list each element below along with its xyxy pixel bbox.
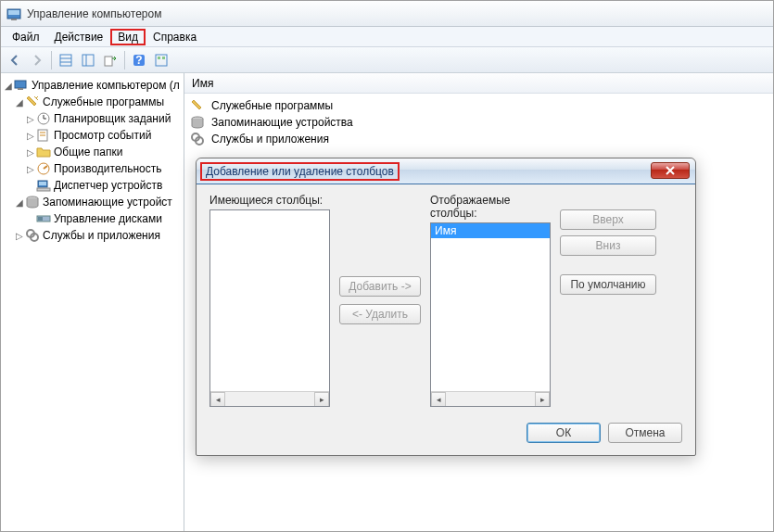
nav-back-button[interactable] (5, 50, 25, 70)
tree-disk-management[interactable]: Управление дисками (54, 212, 162, 225)
tree-toggle[interactable]: ▷ (25, 147, 36, 158)
scroll-right-icon[interactable]: ▸ (535, 392, 550, 407)
tree-device-manager[interactable]: Диспетчер устройств (54, 179, 162, 192)
scrollbar[interactable]: ◂ ▸ (210, 391, 329, 406)
tree-task-scheduler[interactable]: Планировщик заданий (54, 112, 171, 125)
menubar: Файл Действие Вид Справка (1, 27, 773, 47)
svg-rect-12 (158, 57, 160, 59)
move-down-button[interactable]: Вниз (560, 235, 656, 256)
tree-system-tools[interactable]: Служебные программы (43, 95, 164, 108)
tree-storage[interactable]: Запоминающие устройст (43, 196, 172, 209)
dialog-body: Имеющиеся столбцы: ◂ ▸ Добавить -> <- Уд… (197, 184, 695, 416)
dialog-title: Добавление или удаление столбцов (200, 162, 400, 181)
scheduler-icon (36, 111, 51, 126)
window-title: Управление компьютером (27, 7, 161, 20)
tree-root[interactable]: Управление компьютером (л (32, 79, 180, 92)
column-header-name[interactable]: Имя (192, 77, 213, 90)
list-header[interactable]: Имя (184, 73, 773, 94)
list-item-label: Служебные программы (211, 99, 333, 112)
list-item-label: Запоминающие устройства (211, 116, 353, 129)
remove-button[interactable]: <- Удалить (339, 304, 421, 324)
svg-rect-3 (60, 55, 71, 66)
list-item[interactable]: Служебные программы (190, 97, 768, 114)
available-columns-listbox[interactable]: ◂ ▸ (209, 209, 330, 407)
tree-panel[interactable]: ◢ Управление компьютером (л ◢ Служебные … (1, 73, 184, 531)
scroll-right-icon[interactable]: ▸ (314, 392, 329, 407)
svg-rect-1 (8, 10, 19, 15)
add-button[interactable]: Добавить -> (339, 276, 421, 297)
menu-file[interactable]: Файл (5, 29, 47, 45)
menu-help[interactable]: Справка (146, 29, 204, 45)
tools-icon (190, 98, 205, 113)
device-manager-icon (36, 178, 51, 193)
view-list-button[interactable] (56, 50, 76, 70)
svg-rect-13 (162, 57, 165, 59)
svg-rect-11 (156, 55, 167, 66)
svg-rect-29 (38, 217, 43, 221)
tree-performance[interactable]: Производительность (54, 162, 161, 175)
menu-action[interactable]: Действие (47, 29, 111, 45)
eventviewer-icon (36, 128, 51, 143)
performance-icon (36, 161, 51, 176)
available-columns-label: Имеющиеся столбцы: (209, 194, 330, 207)
list-body: Служебные программы Запоминающие устройс… (184, 94, 773, 151)
svg-rect-15 (18, 88, 23, 90)
folder-shared-icon (36, 145, 51, 159)
svg-rect-26 (37, 188, 50, 191)
close-button[interactable] (651, 162, 690, 179)
tree-spacer (25, 214, 36, 224)
storage-icon (25, 195, 40, 209)
tree-toggle[interactable]: ▷ (25, 114, 36, 124)
cancel-button[interactable]: Отмена (608, 423, 682, 443)
dialog-footer: ОК Отмена (197, 416, 695, 455)
toolbar-separator (51, 51, 52, 70)
services-icon (25, 228, 40, 243)
displayed-columns-listbox[interactable]: Имя ◂ ▸ (430, 222, 551, 407)
storage-icon (190, 115, 205, 130)
view-details-button[interactable] (78, 50, 98, 70)
tree-shared-folders[interactable]: Общие папки (54, 146, 122, 158)
displayed-columns-label: Отображаемые столбцы: (430, 194, 551, 220)
tree-event-viewer[interactable]: Просмотр событий (54, 129, 151, 142)
tree-services-apps[interactable]: Службы и приложения (43, 229, 160, 242)
list-item-label: Службы и приложения (211, 133, 329, 146)
services-icon (190, 132, 205, 146)
svg-rect-6 (82, 55, 94, 66)
ok-button[interactable]: ОК (527, 423, 601, 443)
computer-icon (14, 78, 29, 93)
toolbar-separator (124, 51, 125, 70)
app-icon (6, 6, 21, 21)
disk-mgmt-icon (36, 211, 51, 226)
tree-toggle[interactable]: ◢ (14, 97, 25, 108)
scroll-left-icon[interactable]: ◂ (210, 392, 225, 407)
help-button[interactable]: ? (129, 50, 149, 70)
tree-toggle[interactable]: ▷ (25, 131, 36, 141)
svg-text:?: ? (135, 54, 142, 67)
toolbar: ? (1, 47, 773, 73)
columns-dialog: Добавление или удаление столбцов Имеющие… (196, 158, 696, 456)
svg-rect-25 (39, 182, 46, 185)
tree-toggle[interactable]: ◢ (3, 81, 14, 91)
tree-spacer (25, 181, 36, 191)
list-item[interactable]: Запоминающие устройства (190, 114, 768, 131)
dialog-titlebar[interactable]: Добавление или удаление столбцов (197, 158, 695, 184)
svg-rect-14 (15, 81, 26, 88)
scroll-left-icon[interactable]: ◂ (431, 392, 446, 407)
titlebar: Управление компьютером (1, 1, 773, 27)
tools-icon (25, 95, 40, 109)
svg-rect-2 (11, 19, 17, 20)
list-item[interactable]: Службы и приложения (190, 131, 768, 147)
tree-toggle[interactable]: ▷ (25, 164, 36, 174)
svg-rect-8 (105, 57, 112, 66)
tree-toggle[interactable]: ◢ (14, 197, 25, 208)
restore-defaults-button[interactable]: По умолчанию (560, 274, 656, 295)
export-button[interactable] (100, 50, 121, 70)
nav-forward-button[interactable] (27, 50, 47, 70)
scrollbar[interactable]: ◂ ▸ (431, 391, 550, 406)
tree-toggle[interactable]: ▷ (14, 231, 25, 241)
properties-button[interactable] (151, 50, 171, 70)
menu-view[interactable]: Вид (110, 29, 146, 45)
move-up-button[interactable]: Вверх (560, 209, 656, 230)
listbox-item[interactable]: Имя (431, 223, 550, 238)
